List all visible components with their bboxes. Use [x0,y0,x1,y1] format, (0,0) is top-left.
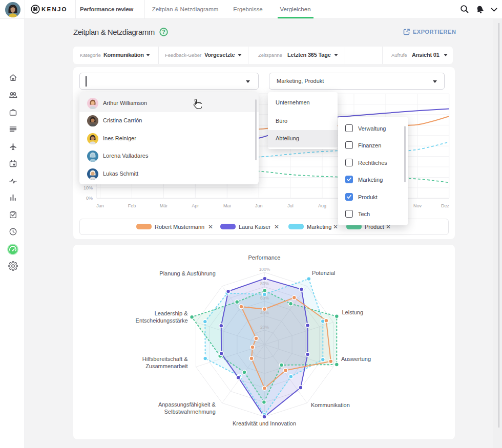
svg-text:Planung & Ausführung: Planung & Ausführung [159,270,215,276]
svg-text:Leadership &: Leadership & [155,310,188,316]
svg-text:40%: 40% [260,310,269,315]
svg-text:20%: 20% [260,325,269,330]
svg-text:Jul: Jul [287,203,294,208]
svg-text:Potenzial: Potenzial [312,270,335,276]
svg-text:Apr: Apr [192,203,199,208]
svg-text:Anpassungsfähigkeit &: Anpassungsfähigkeit & [158,401,216,408]
svg-text:Kommunikation: Kommunikation [311,402,350,408]
svg-text:10%: 10% [83,185,93,190]
svg-text:Feb: Feb [128,203,136,208]
svg-text:80%: 80% [260,281,269,286]
svg-text:Zusammenarbeit: Zusammenarbeit [145,363,188,369]
svg-text:Leistung: Leistung [342,309,364,315]
svg-text:Performance: Performance [248,254,281,261]
svg-text:Mai: Mai [223,203,231,208]
svg-text:Jan: Jan [96,203,104,208]
svg-text:Nov: Nov [413,203,422,208]
svg-text:Auswertung: Auswertung [341,356,371,362]
svg-text:Mär: Mär [160,203,168,208]
svg-text:?: ? [162,29,165,35]
svg-text:Hilfsbereitschaft &: Hilfsbereitschaft & [142,356,188,362]
svg-text:Entscheidungsstärke: Entscheidungsstärke [136,317,188,324]
svg-text:100%: 100% [259,267,270,272]
svg-text:Selbstwahrnehmung: Selbstwahrnehmung [164,409,216,415]
svg-text:Dez: Dez [441,203,450,208]
svg-text:Jun: Jun [255,203,263,208]
svg-text:Aug: Aug [318,203,326,208]
svg-text:60%: 60% [260,295,269,301]
svg-text:Kreativität und Innovation: Kreativität und Innovation [233,420,296,426]
svg-text:0%: 0% [86,196,93,201]
